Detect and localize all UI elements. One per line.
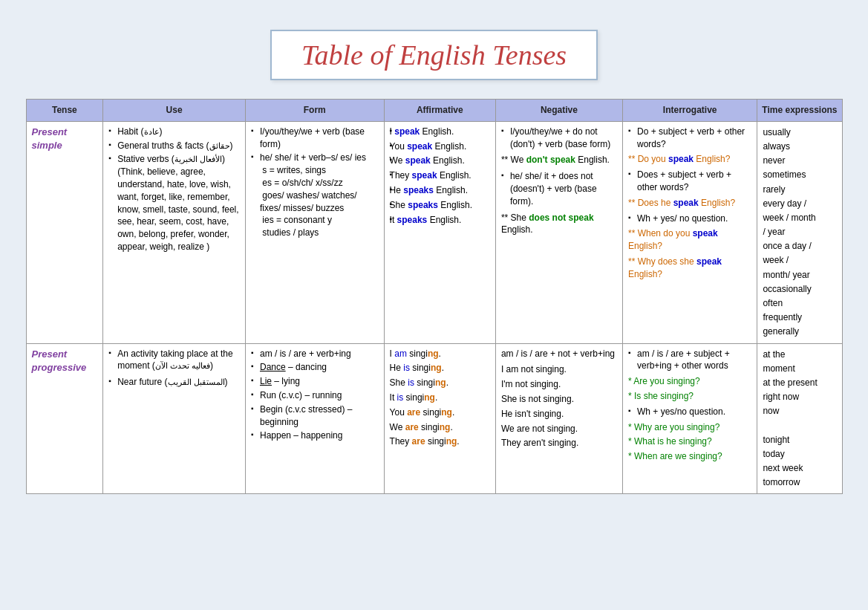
tense-label: Present simple	[32, 126, 68, 151]
example-text: He is singing.	[390, 362, 490, 374]
example-text: * Is she singing?	[628, 390, 751, 403]
list-item: I/you/they/we + do not (don't) + verb (b…	[501, 126, 617, 151]
col-header-time: Time expressions	[757, 100, 842, 122]
list-item: You speak English.	[390, 140, 490, 153]
list-item: She speaks English.	[390, 199, 490, 212]
time-expressions: at the moment at the present right now n…	[763, 348, 836, 490]
list-item: Does + subject + verb + other words?	[628, 169, 751, 194]
time-word: month/ year	[763, 268, 836, 282]
example-text: It is singing.	[390, 392, 490, 404]
example-text: They aren't singing.	[501, 437, 617, 450]
tense-cell-present-simple: Present simple	[26, 121, 103, 343]
list-item: Happen – happening	[251, 429, 379, 442]
time-word: now	[763, 404, 836, 418]
time-word: generally	[763, 325, 836, 339]
list-item: It speaks English.	[390, 214, 490, 227]
example-text: am / is / are + not + verb+ing	[501, 348, 617, 360]
example-text: You are singing.	[390, 406, 490, 419]
time-word: / year	[763, 225, 836, 239]
negative-cell-present-progressive: am / is / are + not + verb+ing I am not …	[495, 343, 622, 494]
time-word: every day /	[763, 197, 836, 211]
list-item: Wh + yes/ no question.	[628, 212, 751, 225]
example-text: * When are we singing?	[628, 450, 751, 463]
example-text: ** We don't speak English.	[501, 154, 617, 166]
time-word: rarely	[763, 183, 836, 197]
page-title: Table of English Tenses	[301, 39, 567, 71]
list-item: I/you/they/we + verb (base form)	[251, 126, 379, 151]
time-word: week /	[763, 253, 836, 267]
list-item: he/ she/ it + does not (doesn't) + verb …	[501, 170, 617, 207]
example-text: ** She does not speak English.	[501, 212, 617, 237]
negative-cell-present-simple: I/you/they/we + do not (don't) + verb (b…	[495, 121, 622, 343]
list-item: am / is / are + verb+ing	[251, 348, 379, 360]
time-word: week / month	[763, 211, 836, 225]
example-text: * What is he singing?	[628, 435, 751, 448]
tenses-table: Tense Use Form Affirmative Negative Inte…	[26, 99, 843, 494]
list-item: Do + subject + verb + other words?	[628, 126, 751, 151]
list-item: Habit (عادة)	[108, 126, 240, 138]
time-word: tonight	[763, 433, 836, 447]
list-item: We speak English.	[390, 155, 490, 167]
time-expressions: usually always never sometimes rarely ev…	[763, 126, 836, 340]
time-word: usually	[763, 126, 836, 140]
col-header-negative: Negative	[495, 100, 622, 122]
affirmative-cell-present-simple: I speak English. You speak English. We s…	[384, 121, 495, 343]
title-box: Table of English Tenses	[270, 30, 598, 80]
table-row: Present progressive An activity taking p…	[26, 343, 842, 494]
time-word: once a day /	[763, 239, 836, 253]
example-text: ** Does he speak English?	[628, 197, 751, 210]
form-cell-present-simple: I/you/they/we + verb (base form) he/ she…	[245, 121, 384, 343]
interrogative-cell-present-progressive: am / is / are + subject + verb+ing + oth…	[622, 343, 757, 494]
time-word: occasionally	[763, 282, 836, 296]
time-word: often	[763, 296, 836, 311]
form-cell-present-progressive: am / is / are + verb+ing Dance – dancing…	[245, 343, 384, 494]
time-word: at the present	[763, 376, 836, 390]
time-word: never	[763, 154, 836, 168]
time-word: moment	[763, 362, 836, 376]
list-item: Near future (المستقبل القريب)	[108, 376, 240, 389]
example-text: * Why are you singing?	[628, 421, 751, 434]
example-text: She is not singing.	[501, 393, 617, 406]
interrogative-cell-present-simple: Do + subject + verb + other words? ** Do…	[622, 121, 757, 343]
tense-label: Present progressive	[32, 348, 87, 373]
example-text: I am not singing.	[501, 363, 617, 376]
time-word: at the	[763, 348, 836, 362]
col-header-interrogative: Interrogative	[622, 100, 757, 122]
example-text: We are singing.	[390, 421, 490, 434]
example-text: We are not singing.	[501, 423, 617, 435]
time-cell-present-simple: usually always never sometimes rarely ev…	[757, 121, 842, 343]
list-item: am / is / are + subject + verb+ing + oth…	[628, 348, 751, 373]
list-item: General truths & facts (حقائق)	[108, 140, 240, 152]
tense-cell-present-progressive: Present progressive	[26, 343, 103, 494]
example-text: ** Do you speak English?	[628, 153, 751, 166]
list-item: Wh + yes/no question.	[628, 406, 751, 418]
time-word: next week	[763, 461, 836, 476]
list-item: Dance – dancing	[251, 361, 379, 374]
col-header-form: Form	[245, 100, 384, 122]
use-cell-present-simple: Habit (عادة) General truths & facts (حقا…	[103, 121, 246, 343]
list-item: He speaks English.	[390, 184, 490, 197]
time-word: sometimes	[763, 168, 836, 182]
list-item: Run (c.v.c) – running	[251, 389, 379, 402]
list-item: I speak English.	[390, 126, 490, 138]
time-word: tomorrow	[763, 476, 836, 490]
example-text: He isn't singing.	[501, 408, 617, 421]
time-word: today	[763, 447, 836, 461]
example-text: I am singing.	[390, 348, 490, 360]
time-word: right now	[763, 390, 836, 404]
use-cell-present-progressive: An activity taking place at the moment (…	[103, 343, 246, 494]
list-item: he/ she/ it + verb–s/ es/ ies s = writes…	[251, 152, 379, 239]
table-row: Present simple Habit (عادة) General trut…	[26, 121, 842, 343]
time-word: always	[763, 140, 836, 154]
col-header-use: Use	[103, 100, 246, 122]
time-word: frequently	[763, 311, 836, 325]
example-text: ** When do you speak English?	[628, 227, 751, 253]
list-item: Begin (c.v.c stressed) – beginning	[251, 403, 379, 429]
example-text: ** Why does she speak English?	[628, 256, 751, 281]
example-text: * Are you singing?	[628, 375, 751, 388]
time-cell-present-progressive: at the moment at the present right now n…	[757, 343, 842, 494]
col-header-tense: Tense	[26, 100, 103, 122]
example-text: I'm not singing.	[501, 378, 617, 391]
col-header-affirmative: Affirmative	[384, 100, 495, 122]
time-word	[763, 419, 836, 433]
